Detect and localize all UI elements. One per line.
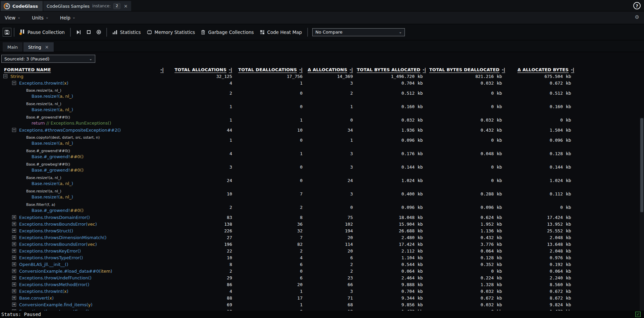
bytes-unit: kb: [415, 104, 426, 109]
vertical-scrollbar[interactable]: [640, 118, 644, 311]
sort-indicator[interactable]: -|: [571, 67, 574, 72]
table-row[interactable]: +Exceptions.throwInt(x)4130.704kb0.032kb…: [0, 288, 639, 294]
pause-collection-button[interactable]: Pause Collection: [17, 28, 68, 36]
menu-help[interactable]: Help ⌄: [60, 15, 75, 20]
delta-allocations-value: 20: [303, 235, 353, 240]
code-heat-map-button[interactable]: Code Heat Map: [257, 28, 305, 36]
expand-icon[interactable]: +: [12, 249, 16, 253]
menu-units[interactable]: Units ⌄: [32, 15, 49, 20]
callsite-source-line: Base.copyto!(dest, dstart, src, sstart, …: [0, 135, 166, 140]
table-row[interactable]: +Exceptions.throwsMethodError()8620669.8…: [0, 281, 639, 288]
total-bytes-allocated-value: 0.704: [353, 81, 415, 86]
sort-indicator[interactable]: -|: [423, 67, 426, 72]
row-name: Base.#_growend!##0()Base.#_growend!##0(): [0, 147, 166, 160]
column-header-delta-allocations[interactable]: Δ ALLOCATIONS -|: [303, 67, 353, 72]
total-deallocations-value: 7: [232, 235, 303, 240]
table-row[interactable]: Base.#_growbeg!##0()Base.#_growend!##0()…: [0, 160, 639, 174]
table-row[interactable]: +ConversionExample.find_items(y)691689.8…: [0, 301, 639, 308]
expand-icon[interactable]: +: [12, 235, 16, 239]
menu-view[interactable]: View ⌄: [5, 15, 20, 20]
instance-tab[interactable]: CodeGlass Samples instance: 2 ×: [43, 1, 131, 11]
table-row[interactable]: −Exceptions.throwInt(x)4130.704kb0.032kb…: [0, 80, 639, 86]
table-row[interactable]: +Exceptions.throwsTypeError()10461.104kb…: [0, 254, 639, 261]
total-allocations-value: 4: [166, 151, 232, 156]
record-button[interactable]: [94, 29, 104, 36]
column-header-delta-allocated-bytes[interactable]: Δ ALLOCATED BYTES -|: [505, 67, 574, 72]
delta-allocations-value: 3: [303, 165, 353, 170]
table-row[interactable]: +Exceptions.throwsBoundsError(vec)196821…: [0, 241, 639, 247]
sort-indicator[interactable]: -|: [160, 67, 164, 72]
column-header-total-deallocations[interactable]: TOTAL DEALLOCATIONS -|: [232, 67, 303, 72]
sort-indicator[interactable]: -|: [299, 67, 303, 72]
stop-button[interactable]: [84, 29, 94, 35]
tab-main[interactable]: Main: [3, 42, 22, 52]
bytes-unit: kb: [415, 275, 426, 280]
table-row[interactable]: Base.resize!(a, nl_)Base.resize!(a, nl_)…: [0, 100, 639, 113]
tab-string[interactable]: String ×: [23, 42, 54, 52]
expand-icon[interactable]: +: [12, 256, 16, 260]
toolbar-separator: [307, 28, 308, 37]
total-bytes-allocated-value: 17.424: [353, 242, 415, 247]
expand-icon[interactable]: +: [12, 289, 16, 293]
expand-icon[interactable]: +: [12, 215, 16, 219]
statistics-button[interactable]: Statistics: [109, 28, 144, 36]
collapse-icon[interactable]: −: [3, 74, 7, 78]
collapse-icon[interactable]: −: [12, 128, 16, 132]
sort-indicator[interactable]: -|: [229, 67, 232, 72]
expand-icon[interactable]: +: [12, 269, 16, 273]
save-button[interactable]: [3, 28, 11, 37]
sort-indicator[interactable]: -|: [502, 67, 505, 72]
expand-icon[interactable]: +: [12, 242, 16, 246]
expand-icon[interactable]: +: [12, 303, 16, 307]
column-header-total-allocations[interactable]: TOTAL ALLOCATIONS -|: [166, 67, 232, 72]
table-row[interactable]: +Exceptions.throwsKeyError()222202.112kb…: [0, 247, 639, 254]
help-icon[interactable]: ?: [633, 2, 641, 9]
scrollbar-thumb[interactable]: [640, 118, 643, 212]
code-token: Exceptions.throwsDimensionMismatch(): [19, 235, 107, 240]
table-row[interactable]: Base.#_growend!##0()Base.#_growend!##0()…: [0, 147, 639, 160]
sort-indicator[interactable]: -|: [350, 67, 353, 72]
expand-icon[interactable]: +: [12, 222, 16, 226]
app-logo-tab[interactable]: G CodeGlass: [1, 1, 43, 11]
expand-icon[interactable]: +: [12, 296, 16, 300]
collapse-icon[interactable]: −: [12, 81, 16, 85]
column-header-total-bytes-deallocated[interactable]: TOTAL BYTES DEALLOCATED -|: [426, 67, 505, 72]
garbage-collections-button[interactable]: Garbage Collections: [198, 28, 257, 36]
table-row[interactable]: −Exceptions.#throwsCompositeException##2…: [0, 127, 639, 133]
table-row[interactable]: +Exceptions.throwsBoundsError(vec)138361…: [0, 221, 639, 227]
table-row[interactable]: +Base.convert(x)8817719.344kb0.672kb8.67…: [0, 294, 639, 301]
table-row[interactable]: Base.filter!(f, a)Base.#_growend!##0()22…: [0, 200, 639, 214]
bytes-unit: kb: [415, 302, 426, 307]
expand-icon[interactable]: +: [12, 229, 16, 233]
memory-statistics-button[interactable]: Memory Statistics: [144, 28, 198, 36]
table-row[interactable]: Base.resize!(a, nl_)Base.resize!(a, nl_)…: [0, 187, 639, 200]
table-row[interactable]: Base.resize!(a, nl_)Base.resize!(a, nl_)…: [0, 174, 639, 187]
table-row[interactable]: +Exceptions.throwsDimensionMismatch()277…: [0, 234, 639, 241]
bytes-unit: kb: [415, 151, 426, 156]
bytes-unit: kb: [494, 228, 505, 233]
status-ok-icon[interactable]: ✓: [635, 312, 641, 317]
table-row[interactable]: Base.copyto!(dest, dstart, src, sstart, …: [0, 133, 639, 147]
gear-icon[interactable]: ⚙: [635, 14, 639, 20]
expand-icon[interactable]: +: [12, 282, 16, 286]
table-row[interactable]: Base.#_growend!##0()return // Exceptions…: [0, 113, 639, 127]
table-row[interactable]: +OpenBLAS_jll.__init__()8620.544kb0.352k…: [0, 261, 639, 268]
table-row[interactable]: Base.resize!(a, nl_)Base.resize!(a, nl_)…: [0, 86, 639, 100]
source-select[interactable]: SourceId: 3 (Paused) ⌄: [1, 55, 95, 63]
table-row[interactable]: +Exceptions.throwUndefFunction()296232.4…: [0, 274, 639, 281]
total-bytes-deallocated-value: 0.224: [426, 275, 494, 280]
compare-select[interactable]: No Compare ⌄: [312, 28, 405, 36]
tab-close-icon[interactable]: ×: [45, 44, 49, 50]
column-header-total-bytes-allocated[interactable]: TOTAL BYTES ALLOCATED -|: [353, 67, 426, 72]
table-row[interactable]: +ConversionExample.#load_data##0(item)20…: [0, 268, 639, 274]
column-header-formatted-name[interactable]: FORMATTED NAME -|: [0, 67, 166, 72]
table-row[interactable]: +Exceptions.throwStruct()2263219426.688k…: [0, 227, 639, 234]
table-row[interactable]: −String32_12517_75614_3691_496.720kb821.…: [0, 73, 639, 80]
instance-tab-close-icon[interactable]: ×: [124, 3, 128, 9]
expand-icon[interactable]: +: [12, 276, 16, 280]
total-deallocations-value: 36: [232, 222, 303, 227]
total-bytes-deallocated-value: 0.064: [426, 248, 494, 254]
resume-button[interactable]: [73, 29, 84, 36]
expand-icon[interactable]: +: [12, 262, 16, 266]
table-row[interactable]: +Exceptions.throwsDomainError()8387518.0…: [0, 214, 639, 221]
